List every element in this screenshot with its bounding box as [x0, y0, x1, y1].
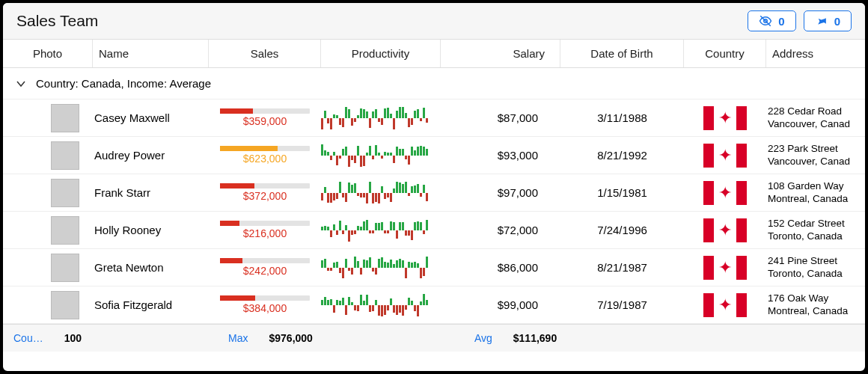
- cell-salary: $72,000: [498, 224, 545, 236]
- cell-sales: $372,000: [243, 190, 287, 202]
- col-name[interactable]: Name: [93, 40, 209, 67]
- cell-sales: $623,000: [243, 153, 287, 165]
- group-label: Country: Canada, Income: Average: [36, 77, 211, 90]
- cell-name: Greta Newton: [93, 261, 209, 274]
- header-bar: Sales Team 0 0: [3, 3, 865, 40]
- cell-dob: 3/11/1988: [560, 111, 684, 124]
- sales-bar: $372,000: [209, 183, 321, 202]
- table-row[interactable]: Casey Maxwell $359,000 $87,000 3/11/1988…: [3, 99, 865, 137]
- cell-sales: $242,000: [243, 265, 287, 277]
- productivity-sparkline: [321, 143, 441, 168]
- col-photo[interactable]: Photo: [3, 40, 93, 67]
- page-title: Sales Team: [16, 12, 98, 30]
- flag-icon: ✦: [703, 106, 747, 130]
- pin-icon: [815, 14, 828, 28]
- cell-name: Audrey Power: [93, 149, 209, 162]
- cell-dob: 8/21/1992: [560, 149, 684, 162]
- footer-max-label[interactable]: Max: [228, 332, 248, 344]
- cell-address: 228 Cedar RoadVancouver, Canad: [766, 105, 865, 131]
- flag-icon: ✦: [703, 218, 747, 242]
- avatar: [51, 179, 79, 207]
- productivity-sparkline: [321, 180, 441, 206]
- col-address[interactable]: Address: [766, 40, 865, 67]
- cell-address: 176 Oak WayMontreal, Canada: [766, 292, 865, 318]
- col-sales[interactable]: Sales: [209, 40, 321, 67]
- hidden-columns-button[interactable]: 0: [748, 10, 795, 31]
- cell-salary: $99,000: [498, 298, 545, 311]
- productivity-sparkline: [321, 255, 441, 280]
- footer-avg-label[interactable]: Avg: [474, 332, 492, 344]
- cell-name: Sofia Fitzgerald: [93, 298, 209, 311]
- footer-max-value: $976,000: [269, 332, 313, 344]
- header-actions: 0 0: [748, 10, 852, 31]
- table-body: Casey Maxwell $359,000 $87,000 3/11/1988…: [3, 99, 865, 324]
- cell-sales: $359,000: [243, 115, 287, 127]
- avatar: [51, 216, 79, 245]
- flag-icon: ✦: [703, 181, 747, 205]
- cell-name: Holly Rooney: [93, 224, 209, 236]
- cell-name: Casey Maxwell: [93, 111, 209, 124]
- avatar: [51, 141, 79, 170]
- cell-name: Frank Starr: [93, 186, 209, 199]
- table-row[interactable]: Audrey Power $623,000 $93,000 8/21/1992 …: [3, 137, 865, 174]
- avatar: [51, 291, 79, 319]
- col-productivity[interactable]: Productivity: [321, 40, 441, 67]
- cell-salary: $93,000: [498, 149, 545, 162]
- cell-dob: 7/19/1987: [560, 298, 684, 311]
- cell-dob: 7/24/1996: [560, 224, 684, 236]
- sales-bar: $623,000: [209, 146, 321, 165]
- flag-icon: ✦: [703, 256, 747, 280]
- cell-salary: $86,000: [498, 261, 545, 274]
- footer-count-label[interactable]: Cou…: [13, 332, 43, 344]
- sales-bar: $359,000: [209, 108, 321, 127]
- table-row[interactable]: Frank Starr $372,000 $97,000 1/15/1981 ✦…: [3, 174, 865, 212]
- cell-address: 152 Cedar StreetToronto, Canada: [766, 218, 865, 243]
- eye-slash-icon: [759, 14, 772, 28]
- cell-address: 108 Garden WayMontreal, Canada: [766, 180, 865, 206]
- footer-avg-value: $111,690: [513, 332, 557, 344]
- pinned-columns-button[interactable]: 0: [804, 10, 852, 31]
- cell-address: 241 Pine StreetToronto, Canada: [766, 255, 865, 280]
- cell-sales: $384,000: [243, 302, 287, 314]
- sales-bar: $242,000: [209, 258, 321, 277]
- flag-icon: ✦: [703, 293, 747, 317]
- footer-summary: Cou… 100 Max $976,000 Avg $111,690: [3, 324, 865, 352]
- footer-count-value: 100: [64, 332, 82, 344]
- col-salary[interactable]: Salary: [441, 40, 560, 67]
- table-row[interactable]: Greta Newton $242,000 $86,000 8/21/1987 …: [3, 249, 865, 286]
- group-row[interactable]: Country: Canada, Income: Average: [3, 68, 865, 99]
- flag-icon: ✦: [703, 144, 747, 168]
- productivity-sparkline: [321, 218, 441, 243]
- sales-bar: $216,000: [209, 221, 321, 239]
- productivity-sparkline: [321, 292, 441, 318]
- cell-sales: $216,000: [243, 227, 287, 239]
- cell-dob: 1/15/1981: [560, 186, 684, 199]
- avatar: [51, 254, 79, 282]
- column-headers: Photo Name Sales Productivity Salary Dat…: [3, 40, 865, 68]
- table-row[interactable]: Holly Rooney $216,000 $72,000 7/24/1996 …: [3, 212, 865, 249]
- cell-dob: 8/21/1987: [560, 261, 684, 274]
- table-row[interactable]: Sofia Fitzgerald $384,000 $99,000 7/19/1…: [3, 286, 865, 324]
- cell-salary: $97,000: [498, 186, 545, 199]
- productivity-sparkline: [321, 105, 441, 131]
- col-country[interactable]: Country: [684, 40, 766, 67]
- cell-salary: $87,000: [498, 111, 545, 124]
- cell-address: 223 Park StreetVancouver, Canad: [766, 143, 865, 168]
- chevron-down-icon: [16, 79, 25, 88]
- app-window: Sales Team 0 0 Photo Name Sales Producti…: [0, 0, 868, 374]
- sales-bar: $384,000: [209, 295, 321, 314]
- hidden-count: 0: [778, 15, 784, 28]
- pinned-count: 0: [834, 15, 840, 28]
- col-dob[interactable]: Date of Birth: [560, 40, 684, 67]
- avatar: [51, 104, 79, 132]
